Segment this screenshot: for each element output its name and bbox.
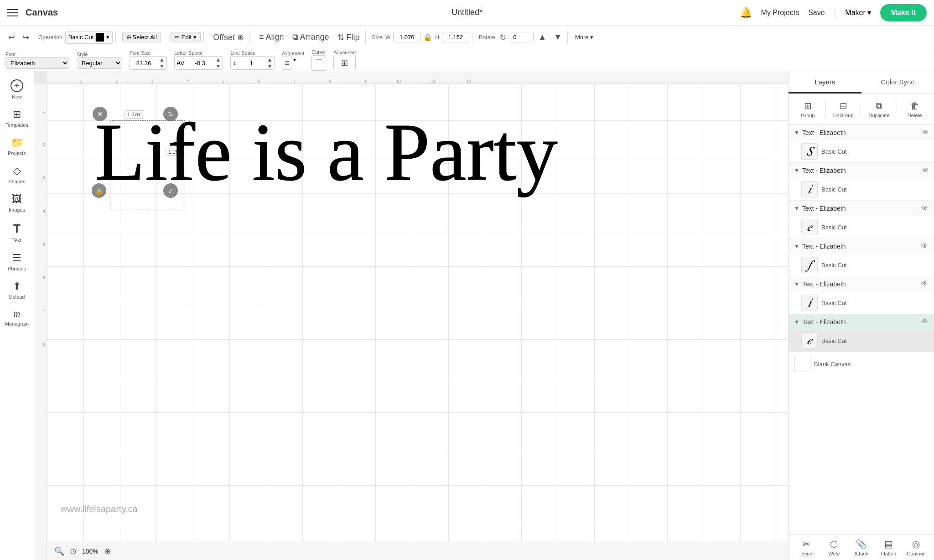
sidebar-item-phrases[interactable]: ☰ Phrases xyxy=(1,249,32,275)
chevron-down-icon-2: ▼ xyxy=(794,167,799,174)
layer-group-header-5[interactable]: ▼ Text - Elizabeth 👁 xyxy=(789,276,934,292)
contour-button[interactable]: ◎ Contour xyxy=(903,539,929,556)
my-projects-link[interactable]: My Projects xyxy=(761,9,799,17)
select-all-button[interactable]: ⊕ Select All xyxy=(122,32,161,42)
blank-canvas-item[interactable]: Blank Canvas xyxy=(789,352,934,376)
zoom-fit-button[interactable]: ⊙ xyxy=(70,546,77,556)
weld-label: Weld xyxy=(828,551,840,556)
save-button[interactable]: Save xyxy=(808,9,825,17)
attach-button[interactable]: 📎 Attach xyxy=(849,539,874,556)
font-size-input[interactable] xyxy=(130,58,157,68)
style-select[interactable]: Regular xyxy=(77,57,122,69)
rotate-stepper-down[interactable]: ▼ xyxy=(551,31,565,44)
line-space-up[interactable]: ▲ xyxy=(265,57,274,63)
layer-group-5: ▼ Text - Elizabeth 👁 𝑖 Basic Cut xyxy=(789,276,934,314)
line-space-down[interactable]: ▼ xyxy=(265,63,274,69)
visibility-icon-1[interactable]: 👁 xyxy=(921,129,929,137)
bottom-action-buttons: ✂ Slice ⬡ Weld 📎 Attach ▤ Flatten ◎ Cont… xyxy=(789,534,934,560)
layer-item-4[interactable]: 𝑓 Basic Cut xyxy=(789,254,934,276)
letter-space-up[interactable]: ▲ xyxy=(214,57,223,63)
tab-color-sync[interactable]: Color Sync xyxy=(861,71,934,93)
zoom-out-button[interactable]: 🔍 xyxy=(54,546,64,556)
group-label: Group xyxy=(801,113,815,118)
layer-group-label-2: Text - Elizabeth xyxy=(802,167,918,174)
rotate-input[interactable] xyxy=(511,32,534,42)
font-select[interactable]: Elizabeth xyxy=(5,57,69,69)
line-space-input[interactable] xyxy=(238,58,265,68)
canvas-content[interactable]: ✕ ↻ 1.076" 1.152" 🔒 ↙ Life is a Party ww… xyxy=(47,84,788,542)
align-left-button[interactable]: ≡ xyxy=(282,57,292,70)
chevron-down-icon-4: ▼ xyxy=(794,243,799,249)
visibility-icon-2[interactable]: 👁 xyxy=(921,166,929,175)
offset-button[interactable]: Offset ⊕ xyxy=(210,31,247,44)
layer-group-header-3[interactable]: ▼ Text - Elizabeth 👁 xyxy=(789,201,934,216)
curve-button[interactable]: ⌒ xyxy=(311,55,326,71)
hamburger-menu[interactable] xyxy=(7,9,18,16)
flip-button[interactable]: ⇅ Flip xyxy=(335,31,363,44)
slice-button[interactable]: ✂ Slice xyxy=(794,539,820,556)
operation-select[interactable]: Basic Cut ▾ xyxy=(65,31,113,44)
letter-space-input[interactable] xyxy=(187,58,214,68)
align-button[interactable]: ≡ Align xyxy=(256,31,287,44)
font-size-up[interactable]: ▲ xyxy=(157,57,166,63)
undo-button[interactable]: ↩ xyxy=(5,31,18,44)
layer-item-2[interactable]: 𝑖 Basic Cut xyxy=(789,178,934,200)
projects-icon: 📁 xyxy=(11,137,23,149)
sidebar-item-monogram[interactable]: m Monogram xyxy=(1,305,32,330)
group-button[interactable]: ⊞ Group xyxy=(794,99,822,120)
width-input[interactable] xyxy=(393,32,420,42)
weld-button[interactable]: ⬡ Weld xyxy=(821,539,847,556)
visibility-icon-5[interactable]: 👁 xyxy=(921,280,929,288)
visibility-icon-4[interactable]: 👁 xyxy=(921,242,929,250)
color-swatch[interactable] xyxy=(95,33,104,42)
layer-group-header-1[interactable]: ▼ Text - Elizabeth 👁 xyxy=(789,125,934,140)
sidebar-item-shapes[interactable]: ◇ Shapes xyxy=(1,161,32,188)
make-it-button[interactable]: Make It xyxy=(880,4,927,21)
layer-item-6[interactable]: 𝑒 Basic Cut xyxy=(789,330,934,352)
flatten-label: Flatten xyxy=(881,551,896,556)
height-input[interactable] xyxy=(442,32,469,42)
layer-group-header-4[interactable]: ▼ Text - Elizabeth 👁 xyxy=(789,239,934,254)
more-button[interactable]: More ▾ xyxy=(571,32,597,42)
redo-button[interactable]: ↪ xyxy=(20,31,32,44)
advanced-label: Advanced xyxy=(333,50,356,55)
rotate-stepper-up[interactable]: ▲ xyxy=(535,31,549,44)
align-group: ≡ Align ⧉ Arrange ⇅ Flip xyxy=(254,31,366,44)
layer-group-header-2[interactable]: ▼ Text - Elizabeth 👁 xyxy=(789,163,934,178)
sidebar-item-images[interactable]: 🖼 Images xyxy=(1,190,32,216)
zoom-in-button[interactable]: ⊕ xyxy=(104,546,111,556)
layer-item-5[interactable]: 𝑖 Basic Cut xyxy=(789,292,934,314)
layer-group-3: ▼ Text - Elizabeth 👁 𝑒 Basic Cut xyxy=(789,201,934,239)
doc-title[interactable]: Untitled* xyxy=(451,8,483,17)
canvas-area[interactable]: 1 2 3 4 5 6 7 8 9 10 11 12 1 2 3 4 5 xyxy=(34,71,788,560)
sidebar-item-new[interactable]: + New xyxy=(1,76,32,103)
layer-group-header-6[interactable]: ▼ Text - Elizabeth 👁 xyxy=(789,314,934,330)
flatten-button[interactable]: ▤ Flatten xyxy=(876,539,901,556)
sidebar-item-projects[interactable]: 📁 Projects xyxy=(1,133,32,160)
lock-icon[interactable]: 🔒 xyxy=(423,33,432,41)
arrange-button[interactable]: ⧉ Arrange xyxy=(290,31,332,44)
maker-selector[interactable]: Maker ▾ xyxy=(845,8,871,17)
visibility-icon-3[interactable]: 👁 xyxy=(921,204,929,213)
font-size-label: Font Size xyxy=(130,50,167,56)
layer-item-1[interactable]: 𝑆 Basic Cut xyxy=(789,140,934,162)
rotate-icon[interactable]: ↻ xyxy=(497,31,509,44)
duplicate-button[interactable]: ⧉ Duplicate xyxy=(865,99,893,120)
ungroup-button[interactable]: ⊟ UnGroup xyxy=(830,99,857,120)
advanced-button[interactable]: ⊞ xyxy=(333,56,356,70)
layer-item-3[interactable]: 𝑒 Basic Cut xyxy=(789,216,934,238)
delete-button[interactable]: 🗑 Delete xyxy=(901,99,929,120)
layers-list[interactable]: ▼ Text - Elizabeth 👁 𝑆 Basic Cut ▼ Text … xyxy=(789,125,934,534)
canvas-text-element[interactable]: Life is a Party xyxy=(95,111,558,193)
font-size-down[interactable]: ▼ xyxy=(157,63,166,69)
canvas-text[interactable]: Life is a Party xyxy=(95,107,558,197)
sidebar-item-text[interactable]: T Text xyxy=(1,218,32,247)
visibility-icon-6[interactable]: 👁 xyxy=(921,318,929,326)
letter-space-down[interactable]: ▼ xyxy=(214,63,223,69)
bell-icon[interactable]: 🔔 xyxy=(740,7,752,19)
tab-layers[interactable]: Layers xyxy=(789,71,861,93)
sidebar-item-upload[interactable]: ⬆ Upload xyxy=(1,277,32,303)
sidebar-item-templates[interactable]: ⊞ Templates xyxy=(1,105,32,131)
edit-button[interactable]: ✏ Edit ▾ xyxy=(171,32,201,42)
align-chevron[interactable]: ▾ xyxy=(293,57,296,70)
